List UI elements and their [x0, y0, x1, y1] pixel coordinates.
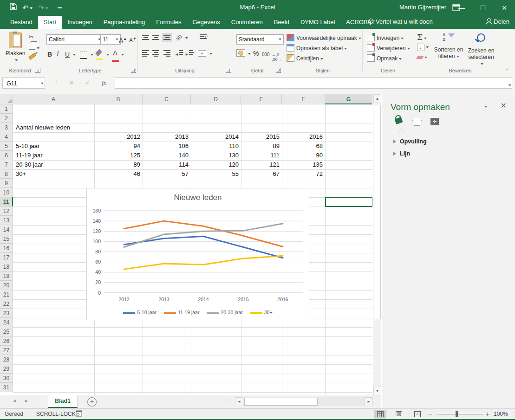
page-layout-view-button[interactable]: [393, 410, 405, 419]
column-header-G[interactable]: G: [325, 94, 372, 104]
cells-item-invoegen[interactable]: Invoegen: [367, 33, 404, 43]
font-dialog-launcher[interactable]: [131, 68, 136, 73]
ribbon-tab-beeld[interactable]: Beeld: [268, 16, 295, 29]
enter-icon[interactable]: ✓: [82, 78, 93, 89]
cut-icon[interactable]: ✂: [29, 33, 34, 40]
comma-style-button[interactable]: 000: [262, 51, 270, 59]
row-header-7[interactable]: 7: [0, 160, 13, 169]
font-name-combo[interactable]: Calibri: [46, 34, 103, 45]
cell-value-r7c1[interactable]: 89: [94, 160, 143, 169]
merge-center-icon[interactable]: ↔: [198, 50, 206, 57]
row-header-27[interactable]: 27: [0, 346, 13, 355]
fill-color-icon[interactable]: [96, 49, 103, 61]
cell-value-r7c3[interactable]: 120: [191, 160, 241, 169]
user-name[interactable]: Martin Gijzemijter: [399, 4, 446, 11]
collapse-ribbon-icon[interactable]: ⌃: [505, 68, 509, 73]
pane-close-icon[interactable]: ✕: [501, 101, 507, 110]
normal-view-button[interactable]: [374, 410, 386, 419]
ribbon-tab-controleren[interactable]: Controleren: [226, 16, 268, 29]
row-header-13[interactable]: 13: [0, 216, 13, 225]
copy-icon[interactable]: [29, 43, 39, 51]
namebox-splitter[interactable]: ⋮: [54, 79, 59, 85]
share-button[interactable]: Delen: [486, 18, 509, 25]
zoom-slider-thumb[interactable]: [456, 411, 458, 417]
cell-year-2012[interactable]: 2012: [94, 132, 143, 142]
row-header-25[interactable]: 25: [0, 327, 13, 336]
row-header-3[interactable]: 3: [0, 123, 13, 132]
row-header-5[interactable]: 5: [0, 142, 13, 151]
accounting-caret[interactable]: [248, 53, 251, 55]
find-select-button[interactable]: Zoeken en selecteren: [466, 32, 496, 67]
grow-font-button[interactable]: A▲: [119, 35, 127, 45]
fill-line-icon[interactable]: [392, 115, 404, 127]
styles-item-3[interactable]: Celstijlen: [287, 54, 323, 63]
row-header-29[interactable]: 29: [0, 364, 13, 374]
align-center-icon[interactable]: [152, 49, 159, 58]
cell-value-r8c2[interactable]: 57: [143, 169, 191, 179]
cell-value-r8c3[interactable]: 55: [191, 169, 241, 179]
borders-caret[interactable]: [91, 54, 93, 56]
number-dialog-launcher[interactable]: [276, 68, 281, 73]
row-header-8[interactable]: 8: [0, 169, 13, 179]
page-break-view-button[interactable]: [411, 410, 424, 419]
alignment-dialog-launcher[interactable]: [226, 68, 231, 73]
column-header-C[interactable]: C: [143, 94, 191, 104]
row-header-2[interactable]: 2: [0, 114, 13, 123]
align-bottom-icon[interactable]: [163, 34, 170, 41]
bold-button[interactable]: B: [47, 50, 52, 58]
align-middle-icon[interactable]: [152, 34, 159, 41]
number-format-combo[interactable]: Standaard: [236, 34, 284, 45]
formula-bar-expand-caret[interactable]: [507, 81, 511, 89]
borders-icon[interactable]: [80, 51, 87, 59]
underline-button[interactable]: U: [65, 50, 70, 58]
row-header-15[interactable]: 15: [0, 234, 13, 244]
horizontal-scrollbar-thumb[interactable]: [244, 398, 318, 406]
cell-value-r5c3[interactable]: 110: [191, 142, 241, 151]
cell-value-r8c1[interactable]: 46: [94, 169, 143, 179]
minimize-button[interactable]: —: [451, 0, 472, 16]
column-header-B[interactable]: B: [94, 94, 143, 104]
insert-function-icon[interactable]: fx: [98, 78, 110, 89]
row-header-23[interactable]: 23: [0, 309, 13, 318]
size-properties-icon[interactable]: ✛: [429, 115, 441, 127]
section-opvulling[interactable]: Opvulling: [393, 138, 427, 145]
cells-item-verwijderen[interactable]: Verwijderen: [367, 44, 410, 53]
styles-item-2[interactable]: Opmaken als tabel: [287, 44, 347, 53]
row-header-4[interactable]: 4: [0, 132, 13, 142]
row-header-26[interactable]: 26: [0, 336, 13, 346]
row-header-18[interactable]: 18: [0, 262, 13, 271]
active-cell-selection[interactable]: [325, 197, 372, 207]
accounting-format-icon[interactable]: [236, 49, 245, 57]
tell-me-box[interactable]: Vertel wat u wilt doen: [368, 18, 433, 25]
cell-A3[interactable]: Aantal nieuwe leden: [13, 123, 94, 132]
row-header-10[interactable]: 10: [0, 188, 13, 197]
cells-item-opmaak[interactable]: Opmaak: [367, 54, 402, 63]
font-color-caret[interactable]: [121, 54, 124, 56]
cell-year-2015[interactable]: 2015: [241, 132, 282, 142]
cell-label-row5[interactable]: 5-10 jaar: [13, 142, 94, 151]
zoom-out-button[interactable]: −: [428, 410, 432, 418]
row-header-28[interactable]: 28: [0, 355, 13, 364]
ribbon-tab-dymo-label[interactable]: DYMO Label: [295, 16, 340, 29]
cell-value-r7c2[interactable]: 114: [143, 160, 191, 169]
row-header-22[interactable]: 22: [0, 299, 13, 309]
sheet-tab-blad1[interactable]: Blad1: [48, 395, 78, 408]
font-color-icon[interactable]: A: [111, 49, 119, 63]
cell-value-r5c1[interactable]: 94: [94, 142, 143, 151]
cell-value-r6c5[interactable]: 90: [282, 151, 325, 160]
row-header-1[interactable]: 1: [0, 104, 13, 114]
ribbon-tab-invoegen[interactable]: Invoegen: [62, 16, 98, 29]
percent-style-button[interactable]: %: [253, 49, 259, 58]
row-header-20[interactable]: 20: [0, 281, 13, 290]
column-header-A[interactable]: A: [13, 94, 94, 104]
scroll-down-icon[interactable]: ▼: [373, 387, 381, 395]
ribbon-tab-gegevens[interactable]: Gegevens: [187, 16, 225, 29]
tabbar-splitter[interactable]: ⁞: [228, 398, 230, 403]
ribbon-tab-start[interactable]: Start: [38, 16, 62, 29]
align-right-icon[interactable]: [163, 49, 170, 58]
close-button[interactable]: ✕: [494, 0, 515, 16]
fill-color-caret[interactable]: [106, 54, 109, 56]
clipboard-dialog-launcher[interactable]: [35, 68, 40, 73]
zoom-level[interactable]: 100%: [494, 411, 508, 417]
row-header-30[interactable]: 30: [0, 374, 13, 383]
